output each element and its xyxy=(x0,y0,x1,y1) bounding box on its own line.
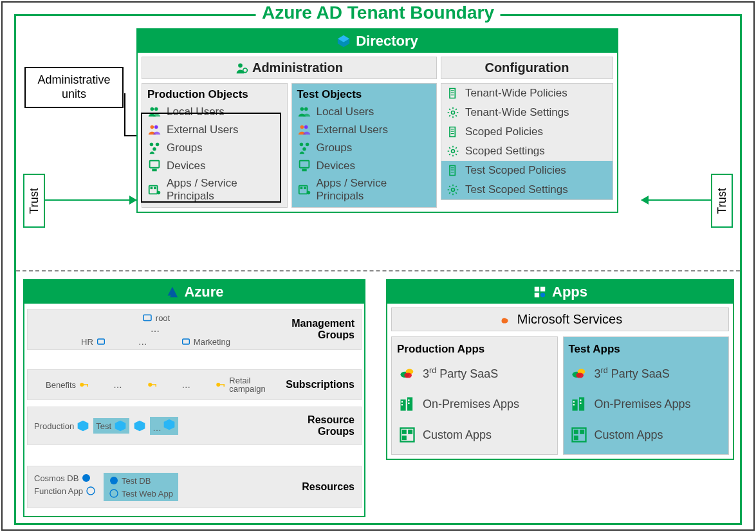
svg-point-10 xyxy=(152,147,156,151)
svg-point-51 xyxy=(110,477,118,484)
app-item: Custom Apps xyxy=(567,419,725,450)
svg-marker-45 xyxy=(78,421,89,432)
key-icon xyxy=(78,379,90,390)
svg-rect-82 xyxy=(573,436,578,440)
svg-rect-11 xyxy=(150,161,160,168)
config-item: Tenant-Wide Settings xyxy=(441,103,613,122)
key-icon xyxy=(215,379,226,390)
gear-icon xyxy=(447,106,459,119)
tenant-title: Azure AD Tenant Boundary xyxy=(255,3,501,23)
resources-band: Cosmos DB Function App Test DB Test Web … xyxy=(27,466,362,508)
svg-rect-77 xyxy=(580,399,581,401)
production-objects-title: Production Objects xyxy=(146,86,283,103)
svg-rect-41 xyxy=(156,384,157,387)
microsoft-services: Microsoft Services xyxy=(391,307,729,331)
resource-groups-band: Production Test … Resource Groups xyxy=(27,407,362,445)
azure-title: Azure xyxy=(184,284,223,300)
svg-rect-53 xyxy=(535,287,539,291)
app-icon xyxy=(398,395,416,413)
app-item: On-Premises Apps xyxy=(396,389,553,419)
svg-point-9 xyxy=(156,143,160,147)
dots-icon: ⋯ xyxy=(28,326,284,336)
res-testwebapp: Test Web App xyxy=(122,489,173,499)
sub-benefits: Benefits xyxy=(46,380,76,390)
svg-point-4 xyxy=(151,107,154,111)
apps-section: Apps Microsoft Services Production Apps … xyxy=(386,279,734,460)
config-label: Tenant-Wide Settings xyxy=(465,106,569,119)
svg-rect-78 xyxy=(580,403,581,404)
test-objects-panel: Test Objects Local UsersExternal UsersGr… xyxy=(291,83,438,208)
app-icon xyxy=(570,426,588,444)
svg-point-39 xyxy=(148,383,152,387)
res-functionapp: Function App xyxy=(34,486,83,496)
object-label: External Users xyxy=(167,124,238,136)
app-item: Custom Apps xyxy=(396,419,553,450)
administration-column: Administration Production Objects Local … xyxy=(142,57,437,208)
app-icon xyxy=(398,364,416,382)
svg-rect-28 xyxy=(304,187,306,189)
config-label: Scoped Policies xyxy=(465,125,543,138)
trust-right-box: Trust xyxy=(711,174,733,228)
object-icon xyxy=(297,123,311,137)
app-label: Custom Apps xyxy=(423,428,492,442)
svg-point-59 xyxy=(404,372,412,378)
configuration-header: Configuration xyxy=(441,57,613,79)
trust-right-label: Trust xyxy=(715,188,729,214)
svg-rect-27 xyxy=(300,187,302,189)
object-item: Devices xyxy=(146,157,283,175)
object-icon xyxy=(147,105,161,119)
app-icon xyxy=(398,426,416,444)
directory-header: Directory xyxy=(138,30,617,53)
administration-title: Administration xyxy=(252,60,343,75)
administration-header: Administration xyxy=(142,57,437,79)
svg-rect-33 xyxy=(143,315,151,321)
test-apps-panel: Test Apps 3rd Party SaaSOn-Premises Apps… xyxy=(563,336,730,455)
object-icon xyxy=(147,141,161,155)
app-label: On-Premises Apps xyxy=(595,398,691,411)
trust-left-box: Trust xyxy=(23,174,45,228)
apps-header: Apps xyxy=(387,280,733,304)
object-label: Devices xyxy=(317,160,355,172)
object-label: Local Users xyxy=(167,105,225,118)
config-label: Test Scoped Settings xyxy=(465,183,568,196)
dashed-divider xyxy=(16,270,740,271)
app-icon xyxy=(570,364,588,382)
test-apps-title: Test Apps xyxy=(567,341,725,358)
svg-rect-68 xyxy=(408,430,412,434)
object-icon xyxy=(297,141,311,155)
svg-rect-35 xyxy=(183,339,190,344)
cube-icon xyxy=(133,419,146,432)
svg-rect-69 xyxy=(402,436,407,440)
production-objects-panel: Production Objects Local UsersExternal U… xyxy=(142,83,288,208)
svg-rect-34 xyxy=(98,339,105,344)
object-item: Groups xyxy=(146,139,283,157)
config-label: Tenant-Wide Policies xyxy=(465,87,567,100)
object-label: Groups xyxy=(317,142,353,154)
svg-point-29 xyxy=(306,191,310,195)
subscriptions-label: Subscriptions xyxy=(286,379,361,390)
svg-rect-81 xyxy=(580,430,584,434)
policy-icon xyxy=(447,125,459,138)
policy-icon xyxy=(447,87,459,100)
app-item: 3rd Party SaaS xyxy=(567,358,725,389)
app-label: 3rd Party SaaS xyxy=(423,366,498,381)
svg-point-19 xyxy=(300,125,304,129)
svg-point-36 xyxy=(80,383,84,387)
svg-point-6 xyxy=(151,125,154,129)
object-label: Apps / Service Principals xyxy=(317,177,432,203)
svg-rect-75 xyxy=(573,401,574,402)
admin-icon xyxy=(235,62,248,75)
resources-label: Resources xyxy=(302,481,361,493)
svg-marker-47 xyxy=(134,421,145,432)
sub-retail: Retail campaign xyxy=(229,376,268,393)
config-label: Scoped Settings xyxy=(465,145,545,158)
app-label: Custom Apps xyxy=(595,428,663,442)
rg-production: Production xyxy=(34,421,74,431)
trust-left-label: Trust xyxy=(28,188,41,214)
object-item: Groups xyxy=(296,139,433,157)
key-icon xyxy=(147,379,158,390)
svg-point-16 xyxy=(157,191,161,195)
globe-icon xyxy=(109,475,119,486)
object-item: External Users xyxy=(296,121,433,139)
dots-icon: … xyxy=(138,336,149,347)
